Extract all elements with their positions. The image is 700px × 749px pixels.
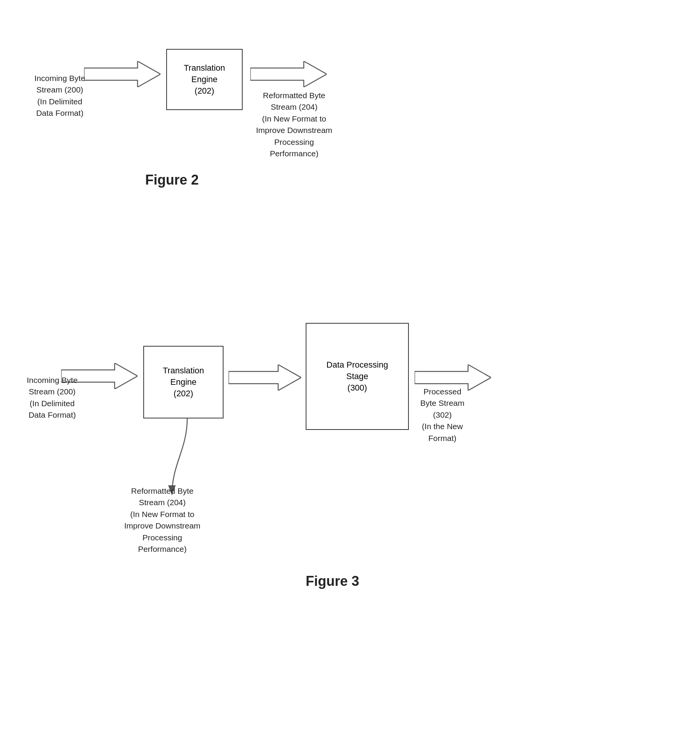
svg-marker-3	[228, 365, 301, 391]
figure3-area: Incoming Byte Stream (200) (In Delimited…	[19, 268, 669, 711]
diagram-container: Incoming Byte Stream (200) (In Delimited…	[0, 0, 700, 749]
figure2-reformatted-label: Reformatted Byte Stream (204) (In New Fo…	[256, 90, 332, 160]
figure2-translation-engine-box: Translation Engine (202)	[166, 49, 243, 110]
figure2-outgoing-arrow	[250, 61, 327, 89]
figure3-incoming-label: Incoming Byte Stream (200) (In Delimited…	[27, 374, 78, 421]
figure3-processed-label: Processed Byte Stream (302) (In the New …	[420, 386, 465, 444]
figure3-middle-arrow	[228, 365, 301, 392]
figure3-data-processing-box: Data Processing Stage (300)	[306, 323, 409, 430]
figure3-curved-arrow	[164, 418, 210, 496]
figure2-area: Incoming Byte Stream (200) (In Delimited…	[19, 23, 669, 237]
figure2-incoming-label: Incoming Byte Stream (200) (In Delimited…	[34, 73, 85, 119]
figure2-incoming-arrow	[84, 61, 160, 89]
figure2-title: Figure 2	[145, 172, 199, 188]
figure3-title: Figure 3	[306, 573, 359, 589]
svg-marker-0	[84, 61, 160, 87]
svg-marker-1	[250, 61, 327, 87]
figure3-reformatted-label: Reformatted Byte Stream (204) (In New Fo…	[124, 485, 201, 555]
figure3-translation-engine-box: Translation Engine (202)	[143, 346, 224, 418]
